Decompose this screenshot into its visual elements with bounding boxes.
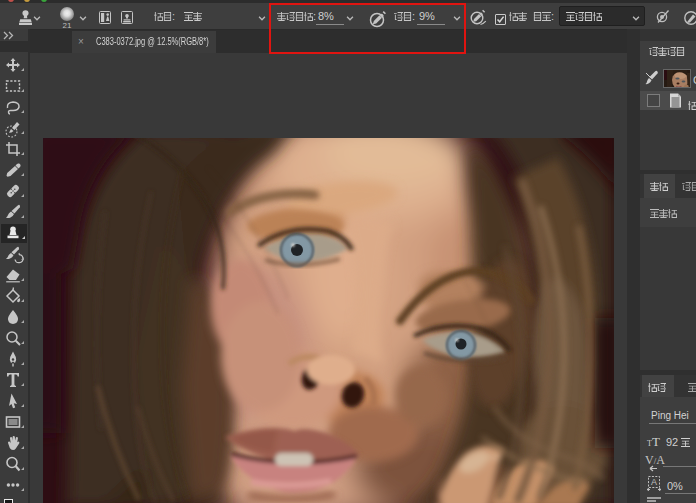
svg-text:A: A (651, 477, 657, 487)
